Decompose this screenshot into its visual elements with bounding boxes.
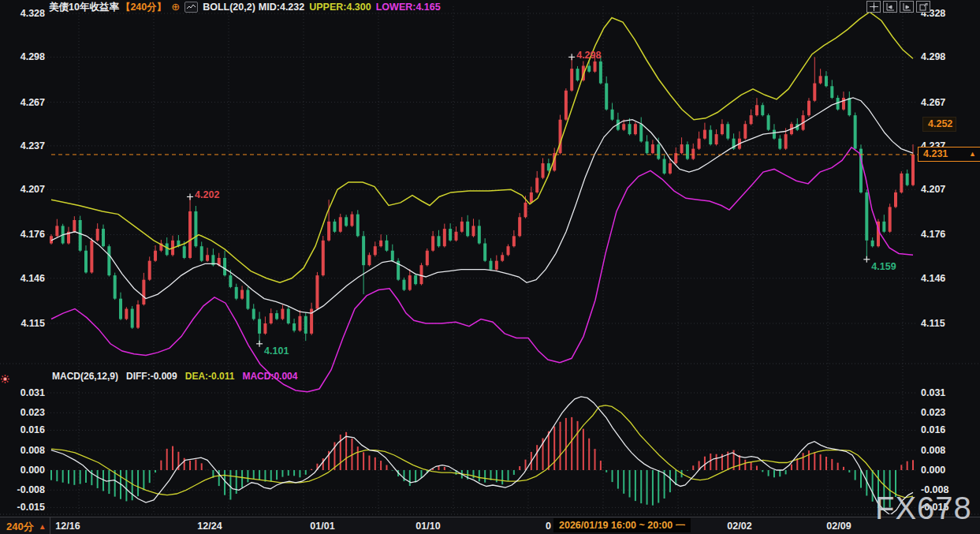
svg-text:4.101: 4.101 xyxy=(264,345,289,357)
chart-type-icon[interactable] xyxy=(184,2,198,13)
axis-label: 0.031 xyxy=(20,387,45,398)
date-tick-label: 01/01 xyxy=(310,521,334,532)
axis-label: 4.115 xyxy=(921,318,945,329)
boll-upper-value: UPPER:4.300 xyxy=(309,2,371,13)
svg-text:4.298: 4.298 xyxy=(576,50,601,61)
snapshot-icon[interactable] xyxy=(916,1,930,13)
axis-label: -0.015 xyxy=(921,502,948,513)
indicator-settings-icon[interactable] xyxy=(1,372,9,386)
macd-macd-value: MACD:0.004 xyxy=(242,371,297,382)
date-tick-label: 01/10 xyxy=(415,521,440,532)
candles xyxy=(50,54,915,344)
svg-text:4.202: 4.202 xyxy=(195,189,219,200)
axis-scale-left-icon[interactable] xyxy=(883,1,897,13)
axis-label: 4.176 xyxy=(20,229,45,240)
interval-tag: 【240分】 xyxy=(121,1,166,14)
axis-label: 4.298 xyxy=(921,51,945,62)
axis-label: 0.016 xyxy=(20,424,45,435)
chart-toolbar xyxy=(866,1,930,13)
axis-label: 4.146 xyxy=(20,273,45,284)
macd-dea-curve xyxy=(51,405,913,498)
axis-label: 4.298 xyxy=(20,51,45,62)
chart-canvas[interactable]: 4.2024.1014.2984.1594.3284.3284.2984.298… xyxy=(0,0,980,517)
axis-scale-right-icon[interactable] xyxy=(900,1,914,13)
boll-upper-line xyxy=(51,12,913,282)
axis-label: -0.008 xyxy=(921,484,948,495)
date-tick-label: 02/02 xyxy=(727,521,751,532)
axis-label: 0.008 xyxy=(921,445,945,456)
axis-label: 0.016 xyxy=(921,424,945,435)
axis-label: 0.031 xyxy=(921,387,945,398)
interval-label: 240分 xyxy=(6,520,34,534)
axis-label: 0.008 xyxy=(20,445,45,456)
chart-header: 美债10年收益率【240分】 ⊕ BOLL(20,2) MID:4.232 UP… xyxy=(49,1,441,13)
boll-label: BOLL(20,2) xyxy=(203,2,255,13)
axis-label: 4.115 xyxy=(20,318,45,329)
macd-diff-curve xyxy=(51,397,913,515)
upper-price-badge: 4.252 xyxy=(922,117,956,132)
interval-triangle-icon: ▲ xyxy=(39,523,47,531)
instrument-title: 美债10年收益率 xyxy=(49,1,119,14)
interval-selector[interactable]: 240分 ▲ xyxy=(6,520,47,534)
axis-label: 0.000 xyxy=(20,465,45,476)
axis-label: 0.000 xyxy=(921,465,945,476)
date-tick-label: 12/16 xyxy=(55,521,80,532)
macd-header: MACD(26,12,9) DIFF:-0.009 DEA:-0.011 MAC… xyxy=(52,371,297,382)
axis-label: 4.267 xyxy=(921,97,945,108)
extreme-markers: 4.2024.1014.2984.159 xyxy=(187,50,896,356)
date-tick-label: 12/24 xyxy=(197,521,222,532)
axis-label: 4.328 xyxy=(20,8,45,19)
axis-label: 4.237 xyxy=(20,140,45,151)
axis-label: 4.267 xyxy=(20,97,45,108)
axis-label: 4.146 xyxy=(921,273,945,284)
hover-period-tooltip: 2026/01/19 16:00 ~ 20:00 一 xyxy=(553,518,691,532)
time-axis-bar: 240分 ▲ 12/1612/2401/0101/1002/0202/09 0 … xyxy=(0,517,980,534)
grid xyxy=(0,6,980,514)
macd-diff-value: DIFF:-0.009 xyxy=(126,371,177,382)
pan-icon[interactable] xyxy=(866,1,881,13)
axis-label: 4.207 xyxy=(921,184,945,195)
axis-label: 4.176 xyxy=(921,229,945,240)
boll-mid-value: MID:4.232 xyxy=(259,2,304,13)
divider xyxy=(50,517,50,534)
axis-label: 0.023 xyxy=(20,407,45,418)
svg-text:4.159: 4.159 xyxy=(871,261,896,272)
axis-label: 0.023 xyxy=(921,407,945,418)
macd-params-label: MACD(26,12,9) xyxy=(52,371,118,382)
boll-mid-line xyxy=(51,98,913,313)
date-tick-partial: 0 xyxy=(546,521,551,532)
add-indicator-icon[interactable]: ⊕ xyxy=(171,2,180,12)
chart-window: 4.2024.1014.2984.1594.3284.3284.2984.298… xyxy=(0,0,980,534)
price-up-arrow-icon: ▲ xyxy=(969,151,976,158)
macd-dea-value: DEA:-0.011 xyxy=(185,371,235,382)
axis-label: -0.008 xyxy=(17,484,45,495)
axis-label: 4.207 xyxy=(20,184,45,195)
boll-lower-value: LOWER:4.165 xyxy=(376,2,441,13)
axis-label: -0.015 xyxy=(17,502,45,513)
date-tick-label: 02/09 xyxy=(826,521,851,532)
